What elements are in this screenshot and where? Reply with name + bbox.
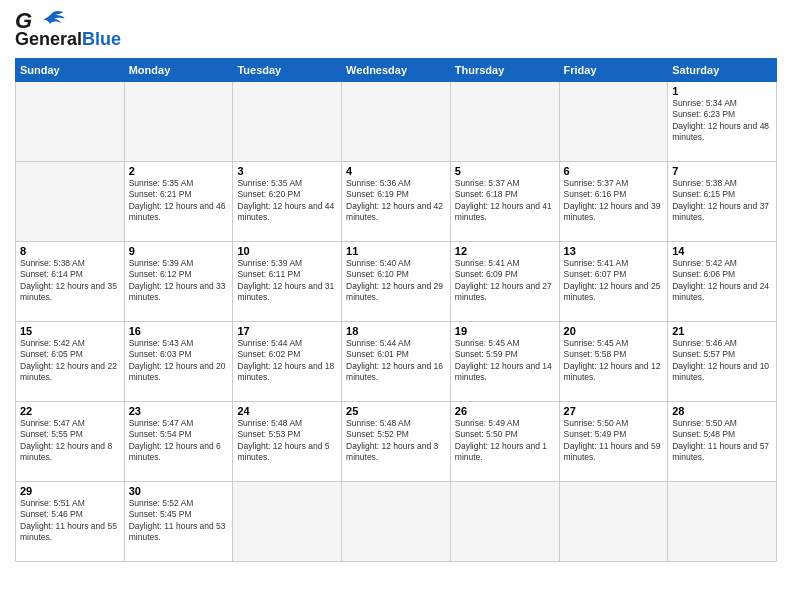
calendar-week-5: 29Sunrise: 5:51 AMSunset: 5:46 PMDayligh… [16,481,777,561]
col-saturday: Saturday [668,58,777,81]
day-info: Sunrise: 5:36 AMSunset: 6:19 PMDaylight:… [346,178,446,224]
day-number: 11 [346,245,446,257]
day-number: 3 [237,165,337,177]
calendar-week-3: 15Sunrise: 5:42 AMSunset: 6:05 PMDayligh… [16,321,777,401]
calendar-cell: 2Sunrise: 5:35 AMSunset: 6:21 PMDaylight… [124,161,233,241]
calendar-cell: 18Sunrise: 5:44 AMSunset: 6:01 PMDayligh… [342,321,451,401]
col-monday: Monday [124,58,233,81]
calendar-cell: 24Sunrise: 5:48 AMSunset: 5:53 PMDayligh… [233,401,342,481]
day-info: Sunrise: 5:47 AMSunset: 5:55 PMDaylight:… [20,418,120,464]
day-info: Sunrise: 5:44 AMSunset: 6:02 PMDaylight:… [237,338,337,384]
day-info: Sunrise: 5:45 AMSunset: 5:59 PMDaylight:… [455,338,555,384]
calendar-cell: 25Sunrise: 5:48 AMSunset: 5:52 PMDayligh… [342,401,451,481]
day-number: 8 [20,245,120,257]
calendar-cell: 1Sunrise: 5:34 AMSunset: 6:23 PMDaylight… [668,81,777,161]
day-info: Sunrise: 5:37 AMSunset: 6:16 PMDaylight:… [564,178,664,224]
day-number: 1 [672,85,772,97]
calendar-cell: 19Sunrise: 5:45 AMSunset: 5:59 PMDayligh… [450,321,559,401]
calendar-cell: 20Sunrise: 5:45 AMSunset: 5:58 PMDayligh… [559,321,668,401]
calendar-cell: 30Sunrise: 5:52 AMSunset: 5:45 PMDayligh… [124,481,233,561]
calendar-cell: 17Sunrise: 5:44 AMSunset: 6:02 PMDayligh… [233,321,342,401]
calendar-cell: 14Sunrise: 5:42 AMSunset: 6:06 PMDayligh… [668,241,777,321]
day-info: Sunrise: 5:35 AMSunset: 6:21 PMDaylight:… [129,178,229,224]
day-info: Sunrise: 5:50 AMSunset: 5:49 PMDaylight:… [564,418,664,464]
day-info: Sunrise: 5:37 AMSunset: 6:18 PMDaylight:… [455,178,555,224]
col-friday: Friday [559,58,668,81]
calendar-cell: 13Sunrise: 5:41 AMSunset: 6:07 PMDayligh… [559,241,668,321]
day-info: Sunrise: 5:42 AMSunset: 6:06 PMDaylight:… [672,258,772,304]
calendar-cell [16,81,125,161]
day-info: Sunrise: 5:39 AMSunset: 6:12 PMDaylight:… [129,258,229,304]
day-info: Sunrise: 5:39 AMSunset: 6:11 PMDaylight:… [237,258,337,304]
logo: G General Blue [15,10,121,50]
day-number: 19 [455,325,555,337]
day-number: 7 [672,165,772,177]
calendar-cell: 21Sunrise: 5:46 AMSunset: 5:57 PMDayligh… [668,321,777,401]
day-number: 26 [455,405,555,417]
header-row: Sunday Monday Tuesday Wednesday Thursday… [16,58,777,81]
day-number: 10 [237,245,337,257]
logo-text-general: General [15,30,82,50]
day-info: Sunrise: 5:52 AMSunset: 5:45 PMDaylight:… [129,498,229,544]
day-number: 24 [237,405,337,417]
page-container: G General Blue Sunday Monday Tuesday Wed… [0,0,792,572]
col-thursday: Thursday [450,58,559,81]
calendar-cell: 16Sunrise: 5:43 AMSunset: 6:03 PMDayligh… [124,321,233,401]
calendar-cell [559,481,668,561]
calendar-cell: 4Sunrise: 5:36 AMSunset: 6:19 PMDaylight… [342,161,451,241]
day-number: 12 [455,245,555,257]
calendar-week-4: 22Sunrise: 5:47 AMSunset: 5:55 PMDayligh… [16,401,777,481]
calendar-cell: 22Sunrise: 5:47 AMSunset: 5:55 PMDayligh… [16,401,125,481]
day-number: 16 [129,325,229,337]
day-info: Sunrise: 5:45 AMSunset: 5:58 PMDaylight:… [564,338,664,384]
day-number: 25 [346,405,446,417]
calendar-cell: 26Sunrise: 5:49 AMSunset: 5:50 PMDayligh… [450,401,559,481]
calendar-cell: 7Sunrise: 5:38 AMSunset: 6:15 PMDaylight… [668,161,777,241]
calendar-week-2: 8Sunrise: 5:38 AMSunset: 6:14 PMDaylight… [16,241,777,321]
day-info: Sunrise: 5:38 AMSunset: 6:15 PMDaylight:… [672,178,772,224]
day-number: 14 [672,245,772,257]
day-info: Sunrise: 5:50 AMSunset: 5:48 PMDaylight:… [672,418,772,464]
calendar-header: Sunday Monday Tuesday Wednesday Thursday… [16,58,777,81]
day-number: 18 [346,325,446,337]
calendar-cell: 5Sunrise: 5:37 AMSunset: 6:18 PMDaylight… [450,161,559,241]
day-number: 30 [129,485,229,497]
day-info: Sunrise: 5:42 AMSunset: 6:05 PMDaylight:… [20,338,120,384]
day-number: 2 [129,165,229,177]
calendar-cell [342,481,451,561]
day-number: 17 [237,325,337,337]
day-info: Sunrise: 5:41 AMSunset: 6:09 PMDaylight:… [455,258,555,304]
calendar-cell: 10Sunrise: 5:39 AMSunset: 6:11 PMDayligh… [233,241,342,321]
calendar-cell: 8Sunrise: 5:38 AMSunset: 6:14 PMDaylight… [16,241,125,321]
calendar-cell [233,81,342,161]
day-number: 28 [672,405,772,417]
day-number: 4 [346,165,446,177]
logo-text-blue: Blue [82,30,121,50]
calendar-cell: 12Sunrise: 5:41 AMSunset: 6:09 PMDayligh… [450,241,559,321]
col-sunday: Sunday [16,58,125,81]
calendar-cell [124,81,233,161]
day-number: 20 [564,325,664,337]
day-number: 27 [564,405,664,417]
day-info: Sunrise: 5:38 AMSunset: 6:14 PMDaylight:… [20,258,120,304]
day-info: Sunrise: 5:46 AMSunset: 5:57 PMDaylight:… [672,338,772,384]
day-info: Sunrise: 5:51 AMSunset: 5:46 PMDaylight:… [20,498,120,544]
col-tuesday: Tuesday [233,58,342,81]
day-number: 13 [564,245,664,257]
day-number: 6 [564,165,664,177]
calendar-cell: 6Sunrise: 5:37 AMSunset: 6:16 PMDaylight… [559,161,668,241]
day-info: Sunrise: 5:34 AMSunset: 6:23 PMDaylight:… [672,98,772,144]
calendar-cell: 29Sunrise: 5:51 AMSunset: 5:46 PMDayligh… [16,481,125,561]
calendar-cell: 9Sunrise: 5:39 AMSunset: 6:12 PMDaylight… [124,241,233,321]
day-info: Sunrise: 5:35 AMSunset: 6:20 PMDaylight:… [237,178,337,224]
calendar-table: Sunday Monday Tuesday Wednesday Thursday… [15,58,777,562]
day-info: Sunrise: 5:41 AMSunset: 6:07 PMDaylight:… [564,258,664,304]
calendar-cell: 11Sunrise: 5:40 AMSunset: 6:10 PMDayligh… [342,241,451,321]
calendar-cell [559,81,668,161]
day-info: Sunrise: 5:48 AMSunset: 5:52 PMDaylight:… [346,418,446,464]
calendar-cell: 3Sunrise: 5:35 AMSunset: 6:20 PMDaylight… [233,161,342,241]
day-number: 22 [20,405,120,417]
day-number: 21 [672,325,772,337]
calendar-cell: 23Sunrise: 5:47 AMSunset: 5:54 PMDayligh… [124,401,233,481]
day-info: Sunrise: 5:40 AMSunset: 6:10 PMDaylight:… [346,258,446,304]
